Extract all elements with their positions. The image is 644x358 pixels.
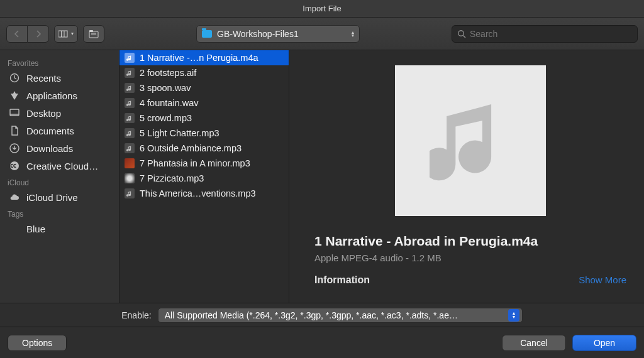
sidebar-section-header: iCloud bbox=[0, 175, 119, 188]
audio-file-icon bbox=[125, 188, 135, 198]
folder-icon bbox=[202, 30, 212, 38]
file-name: 4 fountain.wav bbox=[140, 98, 199, 108]
music-note-icon bbox=[430, 100, 511, 182]
enable-label: Enable: bbox=[121, 310, 151, 320]
show-more-link[interactable]: Show More bbox=[579, 274, 626, 286]
back-button[interactable] bbox=[6, 25, 28, 43]
svg-rect-0 bbox=[58, 31, 67, 37]
sidebar-item-label: iCloud Drive bbox=[26, 192, 78, 203]
file-list: 1 Narrative -…n Perugia.m4a2 footsteps.a… bbox=[119, 50, 289, 303]
file-row[interactable]: 6 Outside Ambiance.mp3 bbox=[119, 141, 289, 156]
file-name: 1 Narrative -…n Perugia.m4a bbox=[140, 53, 258, 63]
open-button[interactable]: Open bbox=[572, 335, 636, 351]
search-field[interactable] bbox=[452, 25, 638, 43]
current-folder-label: GB-Workshop-Files1 bbox=[217, 29, 299, 39]
sidebar-item-label: Blue bbox=[26, 224, 45, 234]
sidebar-item-applications[interactable]: Applications bbox=[0, 87, 119, 104]
cancel-button[interactable]: Cancel bbox=[502, 335, 566, 351]
file-name: 5 crowd.mp3 bbox=[140, 113, 192, 123]
file-name: 7 Phantasia in A minor.mp3 bbox=[140, 158, 250, 168]
preview-subtitle: Apple MPEG-4 audio - 1.2 MB bbox=[314, 252, 626, 263]
file-row[interactable]: This America…ventions.mp3 bbox=[119, 186, 289, 201]
audio-file-icon bbox=[125, 143, 135, 153]
options-button[interactable]: Options bbox=[8, 335, 67, 351]
chevron-updown-icon: ▴▾ bbox=[352, 31, 354, 37]
sidebar-section-header: Favorites bbox=[0, 55, 119, 69]
svg-line-8 bbox=[464, 35, 466, 38]
audio-file-icon bbox=[125, 68, 135, 78]
file-row[interactable]: 5 Light Chatter.mp3 bbox=[119, 126, 289, 141]
button-bar: Options Cancel Open bbox=[0, 327, 644, 358]
preview-pane: 1 Narrative - Abroad in Perugia.m4a Appl… bbox=[289, 50, 644, 303]
sidebar-item-documents[interactable]: Documents bbox=[0, 122, 119, 139]
file-row[interactable]: 5 crowd.mp3 bbox=[119, 111, 289, 126]
sidebar-item-label: Desktop bbox=[26, 108, 61, 119]
file-row[interactable]: 4 fountain.wav bbox=[119, 95, 289, 111]
sidebar-item-label: Recents bbox=[26, 73, 61, 84]
file-name: 7 Pizzicato.mp3 bbox=[140, 173, 204, 183]
sidebar-item-downloads[interactable]: Downloads bbox=[0, 139, 119, 157]
cc-icon bbox=[9, 160, 20, 171]
downloads-icon bbox=[9, 143, 20, 154]
chevron-updown-icon: ▴▾ bbox=[508, 309, 519, 322]
album-art-icon bbox=[125, 158, 135, 168]
file-row[interactable]: 2 footsteps.aif bbox=[119, 65, 289, 80]
sidebar-item-icloud[interactable]: iCloud Drive bbox=[0, 188, 119, 206]
audio-file-icon bbox=[125, 128, 135, 138]
audio-file-icon bbox=[125, 98, 135, 108]
forward-button[interactable] bbox=[28, 25, 49, 43]
svg-rect-4 bbox=[89, 30, 93, 32]
applications-icon bbox=[9, 90, 20, 101]
audio-file-icon bbox=[125, 83, 135, 93]
icloud-icon bbox=[9, 192, 20, 203]
file-row[interactable]: 1 Narrative -…n Perugia.m4a bbox=[119, 50, 289, 65]
sidebar-item-label: Downloads bbox=[26, 143, 73, 154]
file-row[interactable]: 3 spoon.wav bbox=[119, 80, 289, 95]
preview-title: 1 Narrative - Abroad in Perugia.m4a bbox=[314, 234, 626, 249]
sidebar-item-label: Creative Cloud… bbox=[26, 161, 98, 171]
file-name: 3 spoon.wav bbox=[140, 83, 191, 93]
format-filter-dropdown[interactable]: All Supported Media (*.264, *.3g2, *.3gp… bbox=[158, 308, 523, 323]
view-mode-button[interactable]: ▾ bbox=[54, 25, 78, 43]
recents-icon bbox=[9, 72, 20, 84]
format-filter-value: All Supported Media (*.264, *.3g2, *.3gp… bbox=[165, 310, 458, 320]
file-name: 6 Outside Ambiance.mp3 bbox=[140, 143, 242, 153]
preview-thumbnail bbox=[395, 65, 546, 216]
album-art-icon bbox=[125, 173, 135, 183]
sidebar-item-cc[interactable]: Creative Cloud… bbox=[0, 157, 119, 175]
window-title: Import File bbox=[0, 0, 644, 18]
path-dropdown[interactable]: GB-Workshop-Files1 ▴▾ bbox=[196, 25, 360, 43]
sidebar-item-label: Documents bbox=[26, 126, 74, 136]
toolbar: ▾ GB-Workshop-Files1 ▴▾ bbox=[0, 18, 644, 50]
audio-file-icon bbox=[125, 113, 135, 123]
tag-blue-icon bbox=[9, 223, 20, 234]
filter-bar: Enable: All Supported Media (*.264, *.3g… bbox=[0, 303, 644, 327]
svg-point-7 bbox=[458, 30, 464, 36]
nav-back-forward bbox=[6, 25, 49, 43]
info-heading: Information bbox=[314, 274, 370, 286]
file-name: 5 Light Chatter.mp3 bbox=[140, 128, 219, 138]
desktop-icon bbox=[9, 107, 20, 119]
group-button[interactable] bbox=[83, 25, 104, 43]
audio-file-icon bbox=[125, 53, 135, 63]
file-name: 2 footsteps.aif bbox=[140, 68, 196, 78]
file-row[interactable]: 7 Pizzicato.mp3 bbox=[119, 171, 289, 186]
file-row[interactable]: 7 Phantasia in A minor.mp3 bbox=[119, 156, 289, 171]
sidebar-item-desktop[interactable]: Desktop bbox=[0, 104, 119, 122]
sidebar: FavoritesRecentsApplicationsDesktopDocum… bbox=[0, 50, 119, 303]
documents-icon bbox=[9, 125, 20, 136]
svg-point-13 bbox=[10, 161, 19, 170]
sidebar-item-label: Applications bbox=[26, 90, 77, 101]
search-input[interactable] bbox=[470, 29, 632, 39]
file-name: This America…ventions.mp3 bbox=[140, 188, 256, 198]
sidebar-item-recents[interactable]: Recents bbox=[0, 69, 119, 87]
sidebar-item-tag-blue[interactable]: Blue bbox=[0, 220, 119, 237]
sidebar-section-header: Tags bbox=[0, 206, 119, 220]
